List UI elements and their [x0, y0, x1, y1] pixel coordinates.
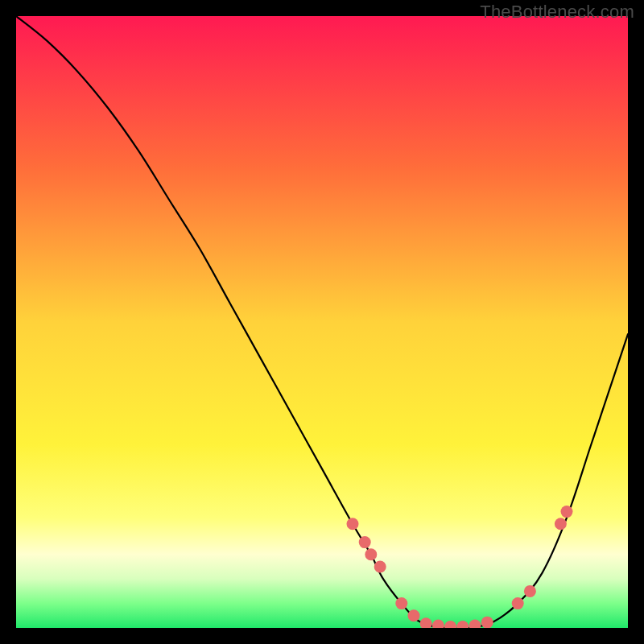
chart-plot: [16, 16, 628, 628]
data-point: [408, 609, 420, 621]
data-point: [481, 617, 493, 628]
data-point: [374, 561, 386, 573]
data-point: [347, 518, 359, 530]
data-point: [395, 597, 407, 609]
data-point: [512, 597, 524, 609]
chart-container: TheBottleneck.com: [0, 0, 644, 644]
data-point: [359, 536, 371, 548]
watermark-text: TheBottleneck.com: [480, 2, 634, 23]
data-point: [555, 518, 567, 530]
data-point: [365, 548, 377, 560]
data-point: [561, 506, 573, 518]
data-point: [524, 585, 536, 597]
